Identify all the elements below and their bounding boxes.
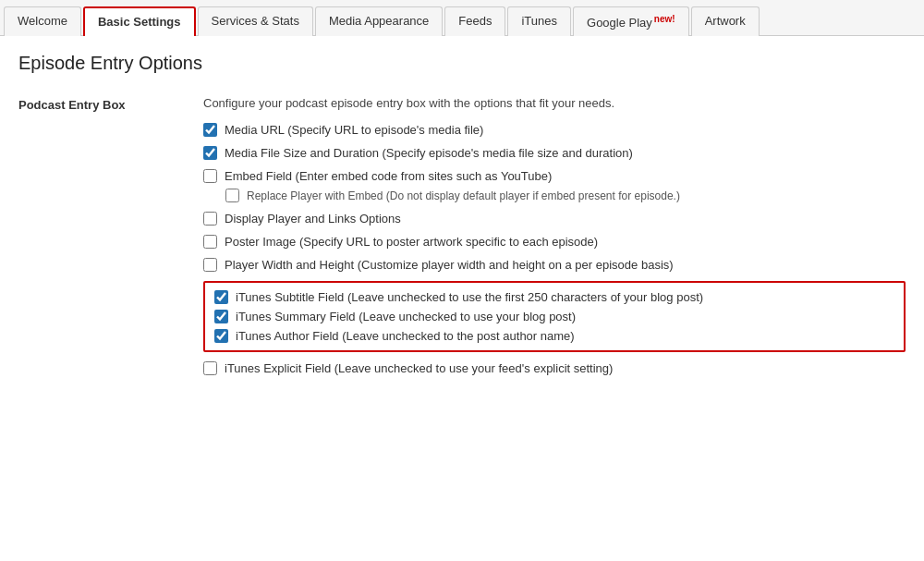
tab-google-play[interactable]: Google Playnew! <box>573 6 689 36</box>
checkbox-row-itunes-summary: iTunes Summary Field (Leave unchecked to… <box>214 310 894 323</box>
checkbox-player-width[interactable] <box>203 258 217 272</box>
badge-new: new! <box>654 14 675 24</box>
checkbox-itunes-author[interactable] <box>214 329 228 343</box>
tab-welcome[interactable]: Welcome <box>4 6 81 36</box>
checkbox-row-media-file-size: Media File Size and Duration (Specify ep… <box>203 146 906 160</box>
section-label: Podcast Entry Box <box>18 96 203 112</box>
highlighted-box: iTunes Subtitle Field (Leave unchecked t… <box>203 281 906 352</box>
label-display-player[interactable]: Display Player and Links Options <box>225 212 401 226</box>
label-embed-field[interactable]: Embed Field (Enter embed code from sites… <box>225 169 552 183</box>
highlighted-checkboxes-container: iTunes Subtitle Field (Leave unchecked t… <box>214 290 894 343</box>
tab-feeds[interactable]: Feeds <box>444 6 505 36</box>
settings-row: Podcast Entry Box Configure your podcast… <box>18 96 906 384</box>
checkbox-replace-player[interactable] <box>225 189 239 202</box>
page-title: Episode Entry Options <box>18 53 906 74</box>
checkbox-embed-field[interactable] <box>203 169 217 183</box>
checkbox-row-display-player: Display Player and Links Options <box>203 212 906 226</box>
settings-description: Configure your podcast episode entry box… <box>203 96 906 110</box>
tab-basic-settings[interactable]: Basic Settings <box>83 6 196 36</box>
after-highlight-container: iTunes Explicit Field (Leave unchecked t… <box>203 361 906 375</box>
checkbox-itunes-subtitle[interactable] <box>214 290 228 304</box>
label-media-url[interactable]: Media URL (Specify URL to episode's medi… <box>225 123 483 137</box>
checkbox-itunes-summary[interactable] <box>214 310 228 323</box>
checkbox-row-itunes-author: iTunes Author Field (Leave unchecked to … <box>214 329 894 343</box>
tab-bar: WelcomeBasic SettingsServices & StatsMed… <box>0 0 924 36</box>
checkbox-media-file-size[interactable] <box>203 146 217 160</box>
label-player-width[interactable]: Player Width and Height (Customize playe… <box>225 258 674 272</box>
label-poster-image[interactable]: Poster Image (Specify URL to poster artw… <box>225 235 598 249</box>
checkbox-poster-image[interactable] <box>203 235 217 249</box>
checkbox-row-player-width: Player Width and Height (Customize playe… <box>203 258 906 272</box>
regular-checkboxes-container: Media URL (Specify URL to episode's medi… <box>203 123 906 272</box>
tab-media-appearance[interactable]: Media Appearance <box>315 6 443 36</box>
label-itunes-author[interactable]: iTunes Author Field (Leave unchecked to … <box>236 329 575 343</box>
checkbox-row-embed-field: Embed Field (Enter embed code from sites… <box>203 169 906 183</box>
checkbox-row-itunes-explicit: iTunes Explicit Field (Leave unchecked t… <box>203 361 906 375</box>
checkbox-row-itunes-subtitle: iTunes Subtitle Field (Leave unchecked t… <box>214 290 894 304</box>
page-content: Episode Entry Options Podcast Entry Box … <box>0 36 924 412</box>
checkbox-row-media-url: Media URL (Specify URL to episode's medi… <box>203 123 906 137</box>
tab-artwork[interactable]: Artwork <box>691 6 760 36</box>
label-itunes-summary[interactable]: iTunes Summary Field (Leave unchecked to… <box>236 310 576 323</box>
label-replace-player[interactable]: Replace Player with Embed (Do not displa… <box>247 189 680 202</box>
checkbox-display-player[interactable] <box>203 212 217 226</box>
tab-itunes[interactable]: iTunes <box>507 6 571 36</box>
settings-content: Configure your podcast episode entry box… <box>203 96 906 384</box>
label-media-file-size[interactable]: Media File Size and Duration (Specify ep… <box>225 146 633 160</box>
checkbox-itunes-explicit[interactable] <box>203 361 217 375</box>
label-itunes-explicit[interactable]: iTunes Explicit Field (Leave unchecked t… <box>225 361 613 375</box>
checkbox-media-url[interactable] <box>203 123 217 137</box>
tab-services-stats[interactable]: Services & Stats <box>198 6 313 36</box>
label-itunes-subtitle[interactable]: iTunes Subtitle Field (Leave unchecked t… <box>236 290 703 304</box>
checkbox-row-poster-image: Poster Image (Specify URL to poster artw… <box>203 235 906 249</box>
checkbox-row-replace-player: Replace Player with Embed (Do not displa… <box>225 189 906 202</box>
